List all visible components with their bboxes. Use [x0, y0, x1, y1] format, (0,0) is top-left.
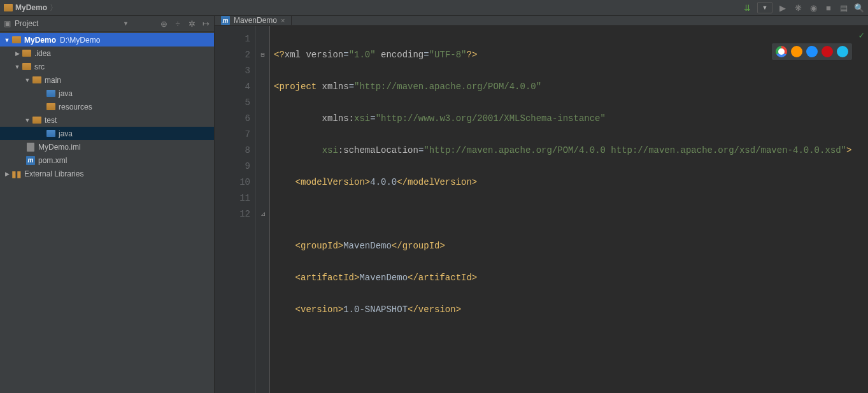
line-num: 3 — [215, 63, 250, 79]
line-num: 6 — [215, 111, 250, 127]
tree-resources[interactable]: resources — [0, 100, 214, 113]
line-num: 8 — [215, 143, 250, 159]
line-num: 11 — [215, 190, 250, 206]
expand-arrow-icon[interactable]: ▼ — [24, 77, 31, 83]
tree-label: pom.xml — [38, 156, 67, 165]
code-content[interactable]: <?xml version="1.0" encoding="UTF-8"?> <… — [270, 26, 868, 393]
build-icon[interactable]: ⇊ — [742, 3, 752, 13]
fold-open-icon[interactable]: ⊟ — [256, 47, 269, 63]
tree-iml[interactable]: MyDemo.iml — [0, 140, 214, 154]
tab-mavendemo[interactable]: m MavenDemo × — [215, 16, 292, 25]
maven-file-icon: m — [221, 16, 230, 25]
editor-tabs: m MavenDemo × — [215, 16, 868, 25]
library-icon: ▮▮ — [11, 169, 22, 178]
folder-icon — [22, 50, 31, 57]
project-folder-icon — [4, 4, 13, 11]
folder-icon — [32, 117, 41, 124]
hide-icon[interactable]: ↦ — [201, 19, 210, 28]
breadcrumb-project[interactable]: MyDemo — [15, 3, 47, 12]
tree-main[interactable]: ▼ main — [0, 73, 214, 87]
maven-file-icon: m — [26, 156, 35, 165]
settings-gear-icon[interactable]: ✲ — [187, 19, 196, 28]
tree-src[interactable]: ▼ src — [0, 60, 214, 73]
breadcrumb[interactable]: MyDemo 〉 — [4, 3, 57, 13]
expand-arrow-icon[interactable]: ▶ — [14, 50, 20, 57]
tree-label: main — [45, 76, 61, 85]
close-tab-icon[interactable]: × — [281, 17, 285, 24]
folder-icon — [22, 63, 31, 70]
tree-label: .idea — [34, 49, 51, 58]
file-icon — [27, 143, 34, 152]
folder-icon — [12, 36, 21, 43]
tree-label: MyDemo — [24, 36, 56, 45]
sidebar-title[interactable]: Project — [15, 19, 38, 28]
view-mode-dropdown-icon[interactable]: ▼ — [123, 20, 129, 27]
expand-arrow-icon[interactable]: ▼ — [14, 64, 20, 70]
resources-folder-icon — [46, 103, 55, 110]
breadcrumb-sep-icon: 〉 — [50, 3, 57, 13]
stop-icon[interactable]: ■ — [823, 3, 834, 13]
sidebar-header: ▣ Project ▼ ⊕ ÷ ✲ ↦ — [0, 16, 214, 32]
line-num: 1 — [215, 31, 250, 47]
tree-label: MyDemo.iml — [38, 143, 81, 152]
editor-area: m MavenDemo × ✓ 1 2 3 4 5 6 7 — [215, 16, 868, 393]
tree-root[interactable]: ▼ MyDemo D:\MyDemo — [0, 33, 214, 46]
folder-icon — [32, 76, 41, 83]
expand-arrow-icon[interactable]: ▼ — [24, 117, 31, 124]
search-icon[interactable]: 🔍 — [854, 3, 864, 13]
tree-label: resources — [59, 103, 92, 111]
tree-ext-libs[interactable]: ▶ ▮▮ External Libraries — [0, 167, 214, 180]
line-num: 9 — [215, 159, 250, 175]
test-folder-icon — [46, 130, 55, 137]
project-structure-icon[interactable]: ▤ — [839, 3, 849, 13]
toolbar-right: ⇊ ▼ ▶ ❋ ◉ ■ ▤ 🔍 — [742, 2, 864, 13]
project-tool-icon: ▣ — [4, 19, 11, 28]
line-num: 2 — [215, 47, 250, 63]
run-icon[interactable]: ▶ — [778, 3, 788, 13]
tree-label: java — [59, 89, 73, 98]
tree-label: java — [59, 129, 73, 138]
tree-label: External Libraries — [24, 169, 83, 178]
expand-arrow-icon[interactable]: ▶ — [4, 171, 10, 177]
source-folder-icon — [46, 90, 55, 97]
tab-label: MavenDemo — [234, 16, 277, 25]
run-config-dropdown[interactable]: ▼ — [757, 2, 772, 13]
tree-label: test — [45, 116, 57, 125]
tree-idea[interactable]: ▶ .idea — [0, 46, 214, 60]
debug-icon[interactable]: ❋ — [793, 3, 803, 13]
tree-test[interactable]: ▼ test — [0, 113, 214, 127]
line-gutter[interactable]: 1 2 3 4 5 6 7 8 9 10 11 12 — [215, 26, 256, 393]
scroll-to-icon[interactable]: ⊕ — [159, 19, 168, 28]
collapse-icon[interactable]: ÷ — [173, 19, 182, 28]
tree-java-main[interactable]: java — [0, 87, 214, 100]
tree-label: src — [34, 62, 45, 71]
tree-pom[interactable]: m pom.xml — [0, 154, 214, 167]
coverage-icon[interactable]: ◉ — [808, 3, 818, 13]
expand-arrow-icon[interactable]: ▼ — [4, 37, 10, 43]
project-sidebar: ▣ Project ▼ ⊕ ÷ ✲ ↦ ▼ MyDemo D:\MyDemo ▶… — [0, 16, 215, 393]
line-num: 12 — [215, 206, 250, 222]
tree-path: D:\MyDemo — [60, 36, 100, 45]
code-editor[interactable]: ✓ 1 2 3 4 5 6 7 8 9 10 11 12 — [215, 26, 868, 393]
project-tree[interactable]: ▼ MyDemo D:\MyDemo ▶ .idea ▼ src ▼ main — [0, 32, 214, 393]
line-num: 10 — [215, 175, 250, 190]
line-num: 5 — [215, 95, 250, 111]
fold-gutter[interactable]: ⊟ ⊿ — [256, 26, 270, 393]
tree-java-test[interactable]: java — [0, 127, 214, 140]
fold-close-icon[interactable]: ⊿ — [256, 206, 269, 222]
line-num: 4 — [215, 79, 250, 95]
line-num: 7 — [215, 127, 250, 143]
topbar: MyDemo 〉 ⇊ ▼ ▶ ❋ ◉ ■ ▤ 🔍 — [0, 0, 868, 16]
